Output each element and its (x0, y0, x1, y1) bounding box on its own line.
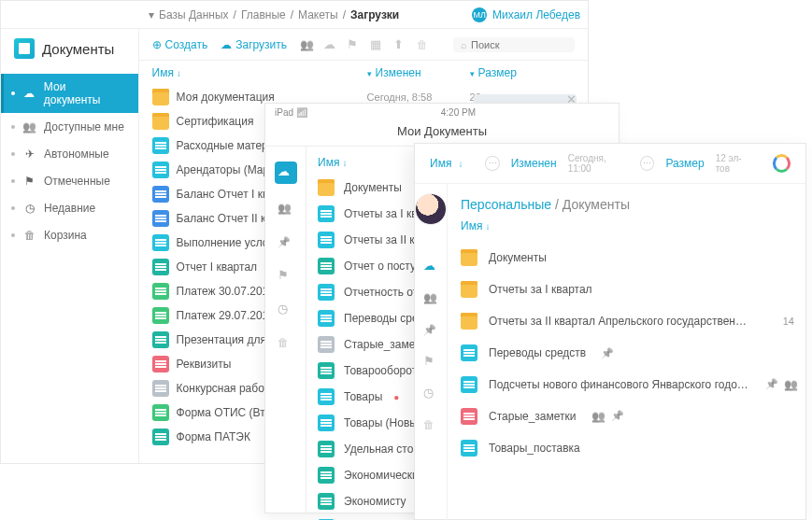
sidebar-item-flag[interactable]: Отмеченные (1, 167, 138, 194)
file-row[interactable]: Отчеты за II квартал Апрельского государ… (448, 305, 811, 337)
plus-icon (152, 38, 162, 51)
col-modified[interactable]: Изменен (511, 157, 557, 170)
export-icon[interactable] (393, 37, 407, 51)
col-name[interactable]: Имя (152, 66, 367, 79)
user-badge[interactable]: МЛ Михаил Лебедев (472, 7, 580, 22)
document-icon (461, 344, 477, 361)
clock-icon (22, 201, 36, 215)
document-icon (152, 283, 169, 300)
folder-icon (152, 113, 169, 130)
file-row[interactable]: Отчеты за I квартал (448, 274, 811, 305)
flag-icon[interactable] (423, 354, 438, 369)
plane-icon (22, 147, 36, 161)
file-name: Старые_заметки (489, 410, 577, 423)
document-icon (318, 284, 335, 301)
document-icon (318, 232, 335, 248)
file-name: Товары_поставка (489, 442, 580, 455)
document-icon (461, 408, 477, 425)
share-icon[interactable] (300, 37, 314, 51)
sidebar-item-clock[interactable]: Недавние (1, 194, 138, 221)
file-row[interactable]: Переводы средств (448, 337, 811, 369)
breadcrumb[interactable]: Базы Данных / Главные / Макеты / Загрузк… (149, 8, 399, 21)
file-name: Конкурсная работа (177, 382, 276, 395)
sidebar-item-label: Доступные мне (44, 120, 124, 134)
clock-icon[interactable] (278, 302, 294, 318)
people-icon (22, 119, 36, 134)
trash-icon[interactable] (278, 335, 294, 352)
trash-icon[interactable] (423, 417, 438, 432)
sidebar-item-label: Мои документы (44, 80, 125, 106)
search-input[interactable] (471, 39, 564, 50)
sort-control[interactable]: Имя (448, 214, 811, 242)
col-modified[interactable]: Изменен (367, 66, 470, 79)
document-icon (152, 356, 169, 372)
breadcrumb[interactable]: Персональные / Документы (448, 188, 811, 214)
search-field[interactable] (453, 37, 575, 52)
file-name: Форма ПАТЭК (177, 430, 250, 443)
document-icon (461, 376, 477, 393)
file-name: Сертификация (177, 115, 254, 128)
sidebar-item-trash[interactable]: Корзина (1, 221, 138, 248)
sidebar-item-people[interactable]: Доступные мне (1, 113, 138, 140)
file-modified: Сегодня, 8:58 (367, 91, 470, 103)
people-icon[interactable] (423, 290, 438, 305)
breadcrumb-seg[interactable]: Главные (241, 8, 286, 21)
pin-icon[interactable] (278, 234, 294, 251)
flag-icon[interactable] (347, 37, 361, 51)
document-icon (152, 234, 169, 251)
col-modified-value: Сегодня, 11:00 (568, 153, 629, 174)
clock-icon[interactable] (423, 386, 438, 401)
app-ring-icon[interactable] (773, 154, 791, 173)
cloud-icon (22, 87, 36, 101)
col-modified-menu[interactable]: ⋯ (485, 156, 499, 171)
col-size[interactable]: Размер (470, 66, 575, 79)
cloud-icon[interactable] (275, 162, 297, 184)
sidebar-item-plane[interactable]: Автономные (1, 140, 138, 167)
document-icon (318, 467, 335, 484)
list-header: Имя Изменен Размер (139, 61, 588, 85)
file-name: Товары (344, 390, 382, 403)
nav-rail (265, 147, 306, 514)
breadcrumb-seg[interactable]: Базы Данных (159, 8, 229, 21)
nav-rail (415, 184, 448, 520)
user-name: Михаил Лебедев (492, 8, 580, 21)
file-row[interactable]: Старые_заметки (448, 401, 811, 432)
move-icon[interactable] (370, 37, 384, 51)
delete-icon[interactable] (417, 37, 431, 51)
download-icon[interactable] (323, 37, 337, 51)
create-button[interactable]: Создать (152, 38, 208, 51)
file-name: Арендаторы (Март) (177, 163, 278, 176)
file-row[interactable]: Товары_поставка (448, 432, 811, 464)
file-name: Платеж 30.07.2015 (177, 285, 275, 298)
people-icon (591, 410, 605, 423)
col-size[interactable]: Размер (665, 157, 704, 170)
upload-button[interactable]: Загрузить (221, 38, 287, 51)
document-icon (152, 404, 169, 421)
folder-icon (461, 313, 477, 330)
app-logo[interactable]: Документы (1, 29, 138, 68)
file-name: Реквизиты (177, 358, 232, 371)
flag-icon[interactable] (278, 268, 294, 285)
cloud-icon[interactable] (423, 259, 438, 274)
wifi-icon (296, 107, 307, 118)
file-name: Документы (489, 251, 547, 264)
pin-icon (601, 347, 614, 359)
file-row[interactable]: Подсчеты нового финансового Январского г… (448, 369, 811, 401)
sidebar-item-cloud[interactable]: Мои документы (1, 74, 138, 113)
file-name: Отчет I квартал (177, 260, 257, 274)
app-name: Документы (42, 41, 114, 57)
file-row[interactable]: Документы (448, 242, 811, 274)
people-icon[interactable] (278, 201, 294, 218)
document-icon (152, 429, 169, 445)
col-size-menu[interactable]: ⋯ (640, 156, 654, 171)
user-avatar[interactable] (415, 193, 447, 225)
col-name[interactable]: Имя (430, 157, 463, 170)
document-icon (318, 258, 335, 274)
file-name: Моя документация (177, 91, 275, 104)
top-info-row (415, 106, 805, 119)
folder-icon (152, 89, 169, 105)
sidebar-item-label: Отмеченные (44, 175, 110, 188)
pin-icon[interactable] (423, 322, 438, 337)
document-icon (152, 186, 169, 203)
breadcrumb-seg[interactable]: Макеты (298, 8, 338, 21)
